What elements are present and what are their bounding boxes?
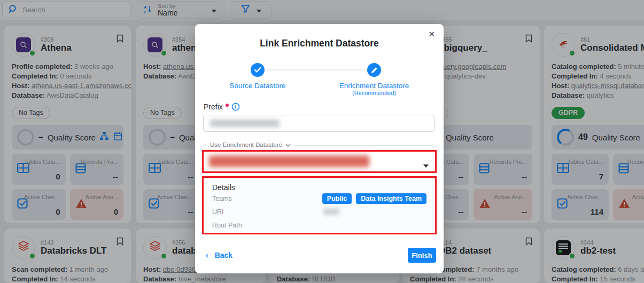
enrichment-datastore-select[interactable] — [202, 150, 437, 173]
details-row-uri: URI — [212, 205, 426, 218]
link-enrichment-datastore-modal: ✕ Link Enrichment Datastore Source Datas… — [195, 24, 444, 273]
details-title: Details — [212, 183, 426, 192]
info-icon[interactable] — [231, 103, 240, 113]
details-panel: Details Teams Public Data Insights Team … — [202, 176, 437, 234]
group-legend-label: Use Enrichment Datastore — [210, 142, 282, 148]
step-pencil-icon — [367, 63, 381, 77]
back-button[interactable]: ‹ Back — [206, 251, 232, 260]
prefix-label: Prefix — [204, 103, 223, 111]
step-check-icon — [251, 63, 265, 77]
details-row-root-path: Root Path — [212, 218, 426, 232]
prefix-input[interactable] — [203, 115, 434, 132]
required-dot — [226, 104, 229, 107]
prefix-label-row: Prefix — [204, 103, 240, 113]
step-source-datastore: Source Datastore — [215, 63, 300, 90]
finish-button[interactable]: Finish — [408, 248, 436, 263]
team-badge-public: Public — [322, 193, 352, 204]
chevron-down-icon — [423, 160, 429, 170]
team-badge-data-insights: Data Insights Team — [356, 193, 426, 204]
step-enrichment-datastore: Enrichment Datastore (Recommended) — [331, 63, 417, 96]
redacted-uri-value — [323, 209, 339, 215]
chevron-down-icon[interactable] — [285, 142, 291, 148]
details-row-teams: Teams Public Data Insights Team — [212, 192, 426, 205]
redacted-prefix-value — [210, 120, 280, 127]
back-label: Back — [215, 251, 232, 260]
modal-title: Link Enrichment Datastore — [195, 38, 444, 49]
chevron-left-icon: ‹ — [206, 251, 208, 260]
redacted-datastore-value — [209, 155, 369, 167]
